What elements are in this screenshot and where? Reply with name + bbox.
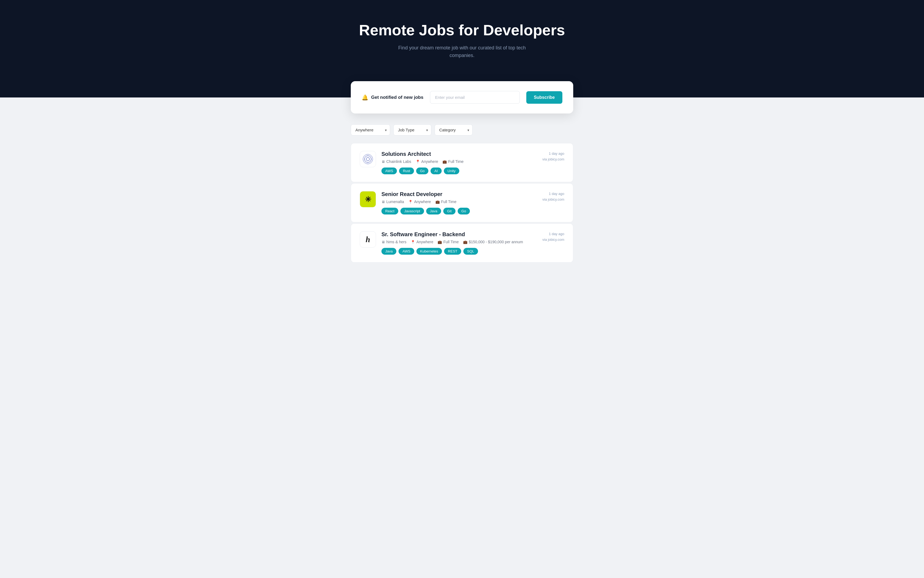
job-tag: React bbox=[382, 208, 398, 214]
email-input[interactable] bbox=[430, 91, 520, 104]
job-meta: 🖥 hims & hers 📍 Anywhere 💼 Full Time 💼 $… bbox=[382, 240, 537, 244]
jobtype-icon: 💼 bbox=[438, 240, 442, 244]
job-tag: AI bbox=[430, 167, 442, 174]
subscribe-card: 🔔 Get notified of new jobs Subscribe bbox=[351, 81, 573, 114]
job-location: 📍 Anywhere bbox=[408, 200, 431, 204]
job-tag: Java bbox=[426, 208, 441, 214]
location-filter-wrapper: Anywhere United States Europe Asia bbox=[351, 124, 390, 135]
hero-title: Remote Jobs for Developers bbox=[5, 22, 919, 39]
job-type: 💼 Full Time bbox=[438, 240, 459, 244]
job-meta: 🖥 Chainlink Labs 📍 Anywhere 💼 Full Time bbox=[382, 159, 537, 164]
job-body: Solutions Architect 🖥 Chainlink Labs 📍 A… bbox=[382, 151, 537, 174]
job-tag: Git bbox=[443, 208, 455, 214]
location-icon: 📍 bbox=[408, 200, 413, 204]
job-via: via jobicy.com bbox=[542, 237, 564, 243]
category-filter[interactable]: Category Engineering Design Product bbox=[435, 124, 473, 135]
company-logo: ✳ bbox=[360, 192, 376, 207]
job-card[interactable]: ✳ Senior React Developer 🖥 Lumenalta 📍 A… bbox=[351, 183, 573, 222]
jobtype-icon: 💼 bbox=[442, 160, 447, 164]
job-tag: Unity bbox=[444, 167, 460, 174]
location-filter[interactable]: Anywhere United States Europe Asia bbox=[351, 124, 390, 135]
job-posted-info: 1 day ago via jobicy.com bbox=[542, 231, 564, 243]
job-tag: REST bbox=[444, 248, 461, 255]
company-icon: 🖥 bbox=[382, 160, 385, 164]
company-icon: 🖥 bbox=[382, 200, 385, 204]
company-icon: 🖥 bbox=[382, 240, 385, 244]
job-company: 🖥 Chainlink Labs bbox=[382, 159, 411, 164]
job-body: Sr. Software Engineer - Backend 🖥 hims &… bbox=[382, 231, 537, 255]
job-logo-wrapper bbox=[360, 151, 376, 167]
company-logo: h bbox=[366, 235, 370, 244]
job-tag: AWS bbox=[398, 248, 414, 255]
location-icon: 📍 bbox=[411, 240, 415, 244]
job-tags: JavaAWSKubernetesRESTSQL bbox=[382, 248, 537, 255]
job-posted-time: 1 day ago bbox=[542, 151, 564, 157]
job-posted-info: 1 day ago via jobicy.com bbox=[542, 151, 564, 162]
main-content: Anywhere United States Europe Asia Job T… bbox=[345, 124, 579, 279]
job-card[interactable]: Solutions Architect 🖥 Chainlink Labs 📍 A… bbox=[351, 143, 573, 182]
bell-icon: 🔔 bbox=[362, 94, 368, 101]
job-tags: AWSRustGoAIUnity bbox=[382, 167, 537, 174]
job-posted-info: 1 day ago via jobicy.com bbox=[542, 191, 564, 203]
hero-subtitle: Find your dream remote job with our cura… bbox=[397, 44, 527, 60]
job-tag: Java bbox=[382, 248, 396, 255]
job-via: via jobicy.com bbox=[542, 157, 564, 162]
job-title: Senior React Developer bbox=[382, 191, 537, 197]
job-location: 📍 Anywhere bbox=[411, 240, 433, 244]
job-logo-wrapper: h bbox=[360, 231, 376, 248]
job-logo-wrapper: ✳ bbox=[360, 191, 376, 208]
jobtype-icon: 💼 bbox=[435, 200, 440, 204]
job-posted-time: 1 day ago bbox=[542, 191, 564, 197]
job-tag: SQL bbox=[463, 248, 478, 255]
job-tag: Kubernetes bbox=[416, 248, 442, 255]
job-tag: Rust bbox=[399, 167, 414, 174]
job-location: 📍 Anywhere bbox=[416, 159, 438, 164]
job-tag: Go bbox=[458, 208, 470, 214]
job-via: via jobicy.com bbox=[542, 197, 564, 203]
job-list: Solutions Architect 🖥 Chainlink Labs 📍 A… bbox=[351, 143, 573, 263]
job-tag: AWS bbox=[382, 167, 397, 174]
location-icon: 📍 bbox=[416, 160, 420, 164]
job-tag: Javascript bbox=[400, 208, 424, 214]
jobtype-filter[interactable]: Job Type Full Time Part Time Contract bbox=[393, 124, 431, 135]
jobtype-filter-wrapper: Job Type Full Time Part Time Contract bbox=[393, 124, 431, 135]
subscribe-notify-label: 🔔 Get notified of new jobs bbox=[362, 94, 424, 101]
job-type: 💼 Full Time bbox=[442, 159, 464, 164]
svg-point-2 bbox=[366, 157, 369, 161]
subscribe-button[interactable]: Subscribe bbox=[526, 91, 562, 104]
job-company: 🖥 Lumenalta bbox=[382, 200, 404, 204]
company-logo bbox=[362, 154, 373, 164]
job-company: 🖥 hims & hers bbox=[382, 240, 406, 244]
filters-bar: Anywhere United States Europe Asia Job T… bbox=[351, 124, 573, 135]
job-salary: 💼 $150,000 - $190,000 per annum bbox=[463, 240, 523, 244]
job-meta: 🖥 Lumenalta 📍 Anywhere 💼 Full Time bbox=[382, 200, 537, 204]
job-card[interactable]: h Sr. Software Engineer - Backend 🖥 hims… bbox=[351, 223, 573, 263]
salary-icon: 💼 bbox=[463, 240, 468, 244]
job-tag: Go bbox=[416, 167, 428, 174]
job-tags: ReactJavascriptJavaGitGo bbox=[382, 208, 537, 214]
job-posted-time: 1 day ago bbox=[542, 231, 564, 237]
category-filter-wrapper: Category Engineering Design Product bbox=[435, 124, 473, 135]
job-title: Solutions Architect bbox=[382, 151, 537, 157]
job-type: 💼 Full Time bbox=[435, 200, 456, 204]
job-body: Senior React Developer 🖥 Lumenalta 📍 Any… bbox=[382, 191, 537, 214]
job-title: Sr. Software Engineer - Backend bbox=[382, 231, 537, 237]
